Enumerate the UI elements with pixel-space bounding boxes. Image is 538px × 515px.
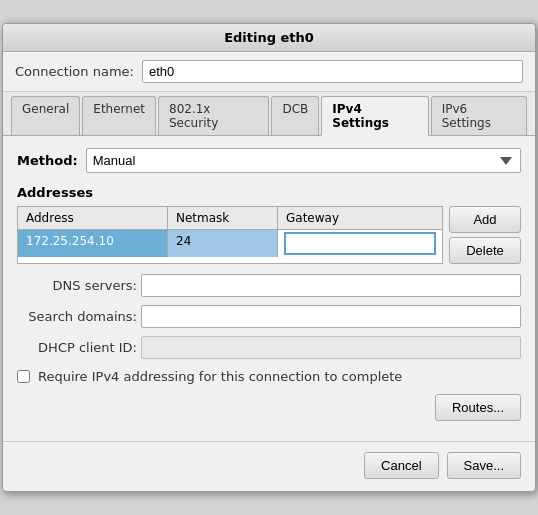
tab-content: Method: Manual Automatic (DHCP) Link-Loc… bbox=[3, 136, 535, 441]
tab-general[interactable]: General bbox=[11, 96, 80, 135]
addresses-buttons: Add Delete bbox=[449, 206, 521, 264]
tab-ethernet[interactable]: Ethernet bbox=[82, 96, 156, 135]
main-window: Editing eth0 Connection name: General Et… bbox=[2, 23, 536, 492]
require-ipv4-row: Require IPv4 addressing for this connect… bbox=[17, 369, 521, 384]
method-select[interactable]: Manual Automatic (DHCP) Link-Local Only … bbox=[86, 148, 521, 173]
require-ipv4-label: Require IPv4 addressing for this connect… bbox=[38, 369, 402, 384]
addresses-section-title: Addresses bbox=[17, 185, 521, 200]
tab-ipv6[interactable]: IPv6 Settings bbox=[431, 96, 527, 135]
method-row: Method: Manual Automatic (DHCP) Link-Loc… bbox=[17, 148, 521, 173]
bottom-buttons: Cancel Save... bbox=[3, 441, 535, 491]
dhcp-client-id-label: DHCP client ID: bbox=[17, 340, 137, 355]
titlebar: Editing eth0 bbox=[3, 24, 535, 52]
tab-ipv4[interactable]: IPv4 Settings bbox=[321, 96, 428, 136]
connection-name-input[interactable] bbox=[142, 60, 523, 83]
cancel-button[interactable]: Cancel bbox=[364, 452, 438, 479]
save-button[interactable]: Save... bbox=[447, 452, 521, 479]
cell-address: 172.25.254.10 bbox=[18, 230, 168, 257]
table-row: 172.25.254.10 24 bbox=[18, 230, 442, 257]
tab-security[interactable]: 802.1x Security bbox=[158, 96, 269, 135]
require-ipv4-checkbox[interactable] bbox=[17, 370, 30, 383]
dhcp-client-id-input bbox=[141, 336, 521, 359]
routes-row: Routes... bbox=[17, 394, 521, 421]
cell-netmask: 24 bbox=[168, 230, 278, 257]
addresses-container: Address Netmask Gateway 172.25.254.10 24… bbox=[17, 206, 521, 264]
tab-dcb[interactable]: DCB bbox=[271, 96, 319, 135]
table-header: Address Netmask Gateway bbox=[18, 207, 442, 230]
dns-servers-input[interactable] bbox=[141, 274, 521, 297]
addresses-table: Address Netmask Gateway 172.25.254.10 24 bbox=[17, 206, 443, 264]
addresses-section: Addresses Address Netmask Gateway 172.25… bbox=[17, 185, 521, 264]
col-header-address: Address bbox=[18, 207, 168, 229]
dns-servers-label: DNS servers: bbox=[17, 278, 137, 293]
tabs-bar: General Ethernet 802.1x Security DCB IPv… bbox=[3, 92, 535, 136]
col-header-netmask: Netmask bbox=[168, 207, 278, 229]
gateway-input[interactable] bbox=[286, 234, 434, 253]
search-domains-input[interactable] bbox=[141, 305, 521, 328]
search-domains-label: Search domains: bbox=[17, 309, 137, 324]
col-header-gateway: Gateway bbox=[278, 207, 442, 229]
routes-button[interactable]: Routes... bbox=[435, 394, 521, 421]
method-label: Method: bbox=[17, 153, 78, 168]
connection-name-label: Connection name: bbox=[15, 64, 134, 79]
cell-gateway[interactable] bbox=[278, 230, 442, 257]
connection-name-row: Connection name: bbox=[3, 52, 535, 92]
dns-servers-row: DNS servers: bbox=[17, 274, 521, 297]
add-button[interactable]: Add bbox=[449, 206, 521, 233]
search-domains-row: Search domains: bbox=[17, 305, 521, 328]
window-title: Editing eth0 bbox=[224, 30, 314, 45]
delete-button[interactable]: Delete bbox=[449, 237, 521, 264]
dhcp-client-id-row: DHCP client ID: bbox=[17, 336, 521, 359]
